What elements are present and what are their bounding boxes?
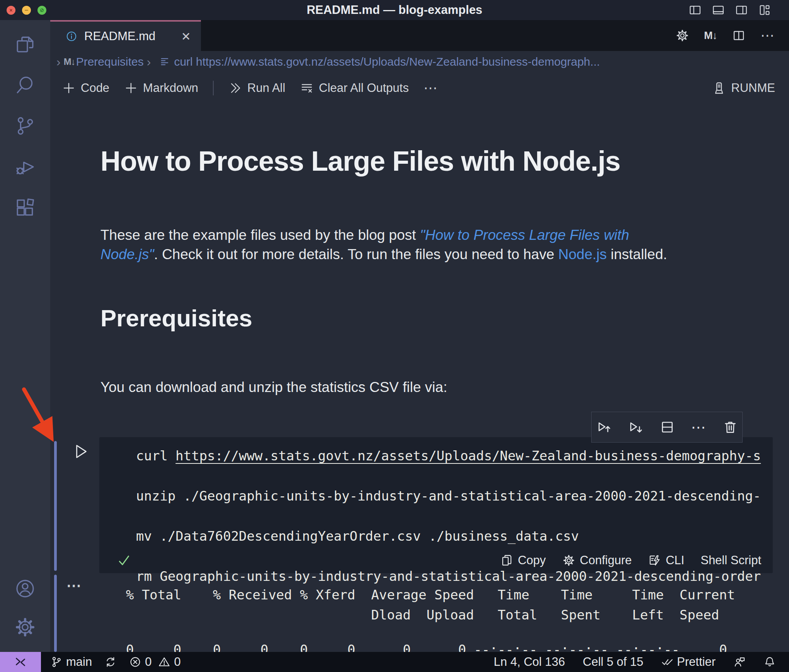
doc-title: How to Process Large Files with Node.js [100,145,620,177]
formatter-item[interactable]: Prettier [661,655,716,669]
breadcrumb-chevron-icon: › [53,55,64,69]
intro-text: . Check it out for more details. To run … [154,246,558,262]
more-actions-icon[interactable]: ⋯ [760,27,775,44]
runme-button[interactable]: RUNME [712,81,775,95]
sync-button[interactable] [104,656,117,668]
activity-bar [0,20,50,652]
tab-label: README.md [84,29,155,43]
toggle-secondary-sidebar-icon[interactable] [735,3,748,17]
code-line: unzip ./Geographic-units-by-industry-and… [136,488,761,504]
notebook-body: How to Process Large Files with Node.js … [50,104,789,652]
cell-focus-bar [54,441,57,571]
execute-below-icon[interactable] [628,419,643,435]
output-row-partial: 0 0 0 0 0 0 0 0 --:--:-- --:--:-- --:--:… [110,640,727,652]
code-command: curl [136,448,175,463]
info-icon[interactable] [66,31,77,42]
cell-status-actions: Copy Configure CLI Shell Script [500,553,761,567]
breadcrumb-chevron-icon: › [144,55,154,69]
extensions-icon[interactable] [14,197,36,219]
cell-status-bar: Copy Configure CLI Shell Script [99,548,773,573]
code-url[interactable]: https://www.stats.govt.nz/assets/Uploads… [175,448,761,463]
clear-outputs-icon [300,81,314,95]
git-branch-item[interactable]: main [50,655,92,669]
vscode-window: README.md — blog-examples [0,0,789,672]
add-code-label: Code [81,81,109,95]
notebook-settings-gear-icon[interactable] [675,29,689,42]
code-line: curl https://www.stats.govt.nz/assets/Up… [136,448,761,463]
warning-count: 0 [174,655,180,669]
editor-area: README.md ✕ M↓ ⋯ › M↓ Prerequisites › cu… [50,20,789,652]
split-editor-icon[interactable] [732,29,746,42]
run-debug-icon[interactable] [14,156,36,178]
cli-button[interactable]: CLI [648,553,684,567]
cell-position[interactable]: Cell 5 of 15 [583,655,643,669]
status-left: main 0 0 [50,655,181,669]
breadcrumb-section[interactable]: Prerequisites [76,55,144,68]
sync-icon [104,656,117,668]
cell-more-actions-icon[interactable]: ⋯ [691,419,706,435]
add-markdown-cell-button[interactable]: Markdown [124,81,198,95]
intro-text: installed. [607,246,667,262]
output-collapse-icon[interactable]: ⋯ [66,577,82,594]
status-right: Ln 4, Col 136 Cell 5 of 15 Prettier [494,655,789,669]
editor-actions: M↓ ⋯ [675,20,789,51]
explorer-icon[interactable] [14,33,36,55]
blog-post-link[interactable]: Node.js" [100,246,154,262]
configure-button[interactable]: Configure [562,553,632,567]
notifications-button[interactable] [763,656,776,668]
search-icon[interactable] [14,74,36,96]
toggle-primary-sidebar-icon[interactable] [689,3,702,17]
problems-item[interactable]: 0 0 [129,655,181,669]
markdown-symbol-icon: M↓ [64,56,75,67]
delete-cell-icon[interactable] [723,419,738,435]
clear-outputs-label: Clear All Outputs [319,81,409,95]
nodejs-link[interactable]: Node.js [558,246,607,262]
formatter-label: Prettier [677,655,716,669]
doc-intro-paragraph: These are the example files used by the … [100,226,667,264]
errors-icon [129,656,141,668]
intro-text: These are the example files used by the … [100,227,420,243]
run-all-icon [228,81,242,95]
feedback-button[interactable] [733,656,746,668]
run-all-button[interactable]: Run All [228,81,285,95]
copy-button[interactable]: Copy [500,553,546,567]
double-check-icon [661,656,673,668]
output-header: % Total % Received % Xferd Average Speed… [110,585,735,625]
execute-above-icon[interactable] [596,419,612,435]
notebook-toolbar: Code Markdown Run All Clear All Outputs … [50,73,789,104]
clear-all-outputs-button[interactable]: Clear All Outputs [300,81,409,95]
breadcrumb-cell[interactable]: curl https://www.stats.govt.nz/assets/Up… [174,55,600,68]
account-icon[interactable] [14,578,36,599]
shell-script-label[interactable]: Shell Script [701,553,761,567]
markdown-export-icon[interactable]: M↓ [704,30,717,42]
output-focus-bar [54,575,57,652]
tab-readme[interactable]: README.md ✕ [50,20,201,51]
section-heading: Prerequisites [100,304,252,332]
toggle-panel-icon[interactable] [712,3,725,17]
run-cell-button[interactable] [71,442,90,461]
remote-indicator[interactable] [0,652,41,672]
cursor-position[interactable]: Ln 4, Col 136 [494,655,565,669]
settings-gear-icon[interactable] [14,616,36,638]
tab-close-icon[interactable]: ✕ [181,30,191,43]
code-line: mv ./Data7602DescendingYearOrder.csv ./b… [136,528,579,544]
title-bar: README.md — blog-examples [0,0,789,20]
configure-label: Configure [580,553,632,567]
add-code-cell-button[interactable]: Code [62,81,109,95]
code-cell[interactable]: curl https://www.stats.govt.nz/assets/Up… [99,437,773,573]
window-title: README.md — blog-examples [0,3,789,17]
runme-label: RUNME [731,81,775,95]
blog-post-link[interactable]: "How to Process Large Files with [420,227,629,243]
plus-icon [62,81,76,95]
customize-layout-icon[interactable] [758,3,771,17]
source-control-icon[interactable] [14,115,36,137]
cli-label: CLI [666,553,684,567]
play-icon [71,442,90,461]
split-cell-icon[interactable] [660,419,675,435]
intro-line-1: These are the example files used by the … [100,226,667,245]
intro-line-2: Node.js". Check it out for more details.… [100,245,667,264]
shell-script-text: Shell Script [701,553,761,567]
toolbar-more-icon[interactable]: ⋯ [423,80,438,96]
status-bar: main 0 0 Ln 4, Col 136 Cell 5 of 15 Pret… [0,652,789,672]
error-count: 0 [145,655,151,669]
